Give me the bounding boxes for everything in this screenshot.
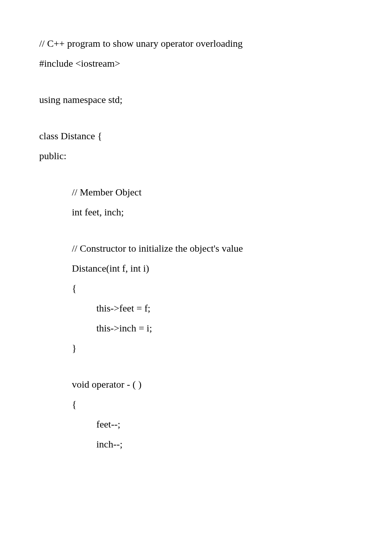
code-line: using namespace std; [39,95,353,105]
code-line: class Distance { [39,131,353,141]
code-line: public: [39,151,353,161]
blank-line [39,171,353,187]
code-line: } [39,343,353,353]
blank-line [39,363,353,379]
blank-line [39,227,353,244]
code-line: int feet, inch; [39,207,353,217]
code-line: // Constructor to initialize the object'… [39,244,353,253]
code-line: this->feet = f; [39,303,353,313]
code-line: #include <iostream> [39,59,353,68]
code-line: // Member Object [39,187,353,197]
code-line: { [39,399,353,409]
code-line: this->inch = i; [39,323,353,333]
code-line: // C++ program to show unary operator ov… [39,39,353,48]
code-line: feet--; [39,419,353,429]
code-line: { [39,283,353,293]
code-line: Distance(int f, int i) [39,263,353,273]
blank-line [39,78,353,95]
code-line: void operator - ( ) [39,379,353,389]
blank-line [39,115,353,131]
code-line: inch--; [39,439,353,449]
code-document: // C++ program to show unary operator ov… [39,39,353,449]
